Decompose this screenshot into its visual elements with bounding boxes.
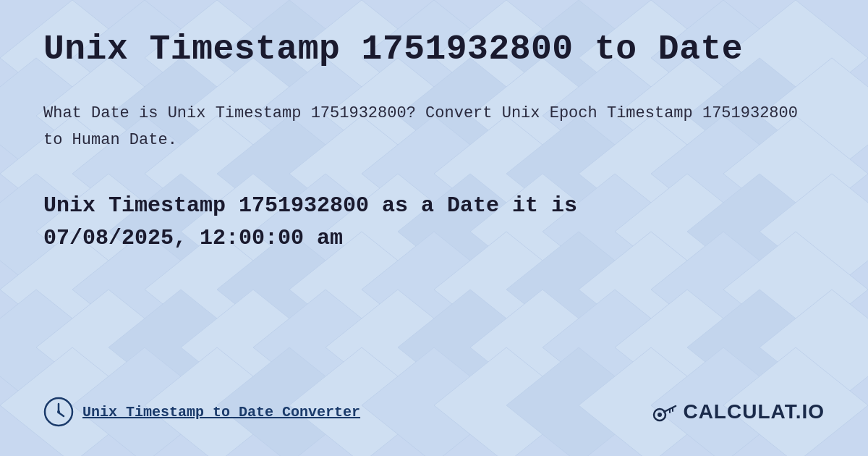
clock-icon [43, 397, 74, 427]
svg-point-84 [57, 410, 60, 413]
result-line2: 07/08/2025, 12:00:00 am [43, 226, 343, 250]
footer-link-text[interactable]: Unix Timestamp to Date Converter [82, 404, 360, 421]
result-section: Unix Timestamp 1751932800 as a Date it i… [43, 190, 825, 255]
site-logo: CALCULAT.IO [652, 399, 825, 425]
page-title: Unix Timestamp 1751932800 to Date [43, 29, 825, 71]
page-description: What Date is Unix Timestamp 1751932800? … [43, 100, 825, 154]
logo-label: CALCULAT.IO [683, 400, 825, 423]
result-text: Unix Timestamp 1751932800 as a Date it i… [43, 190, 825, 255]
calculator-icon [652, 399, 678, 425]
footer-left: Unix Timestamp to Date Converter [43, 397, 360, 427]
result-line1: Unix Timestamp 1751932800 as a Date it i… [43, 193, 577, 218]
footer: Unix Timestamp to Date Converter CALCULA… [43, 389, 825, 427]
svg-line-83 [59, 413, 64, 416]
svg-point-86 [658, 413, 662, 417]
